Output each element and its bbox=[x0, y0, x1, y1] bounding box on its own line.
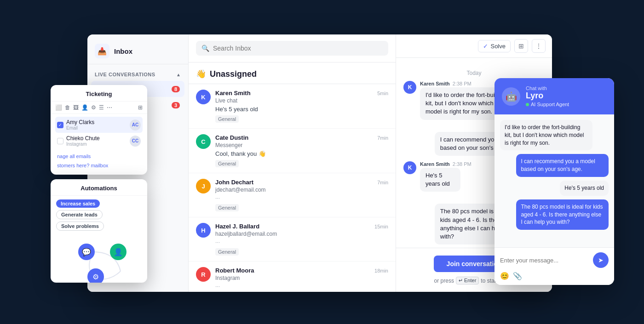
image-icon[interactable]: 🖼 bbox=[73, 104, 79, 111]
avatar: K bbox=[196, 90, 211, 104]
gear-node: ⚙ bbox=[87, 268, 104, 283]
list-item[interactable]: C Cate Dustin 7min Messenger Cool, thank… bbox=[189, 129, 396, 173]
lyro-send-button[interactable]: ➤ bbox=[593, 252, 609, 268]
date-divider: Today bbox=[403, 70, 545, 76]
ticketing-items: Amy Clarks Email AC Chieko Chute Instagr… bbox=[51, 114, 147, 152]
lyro-input-row: ➤ bbox=[500, 252, 609, 268]
conv-tag: General bbox=[215, 204, 239, 211]
chat-node: 💬 bbox=[78, 244, 95, 260]
grid-icon[interactable]: ⊞ bbox=[138, 104, 143, 111]
unassigned-badge: 8 bbox=[172, 86, 180, 92]
ticketing-title: Ticketing bbox=[57, 91, 141, 97]
tag-increase-sales[interactable]: Increase sales bbox=[56, 199, 100, 208]
trash-icon[interactable]: 🗑 bbox=[65, 104, 70, 111]
lyro-message: I can recommend you a model based on you… bbox=[516, 154, 609, 177]
lyro-name: Lyro bbox=[526, 91, 569, 101]
section-header: LIVE CONVERSATIONS ▲ bbox=[91, 70, 184, 79]
lyro-message-input[interactable] bbox=[500, 257, 589, 264]
conv-tag: General bbox=[215, 115, 239, 123]
avatar: C bbox=[196, 134, 211, 149]
inbox-icon: 📥 bbox=[95, 44, 109, 58]
lyro-message: He's 5 years old bbox=[560, 181, 609, 196]
list-item[interactable]: H Hazel J. Ballard 15min hazeljballard@e… bbox=[189, 217, 396, 261]
attachment-icon[interactable]: 📎 bbox=[513, 272, 522, 280]
checkbox[interactable] bbox=[57, 138, 63, 144]
checkbox[interactable] bbox=[57, 122, 63, 128]
ticketing-panel: Ticketing ⬜ 🗑 🖼 👤 ⚙ ☰ ⋯ ⊞ Amy Clarks Ema… bbox=[51, 85, 147, 175]
enter-key: ↵ Enter bbox=[456, 277, 479, 284]
automation-diagram: 💬 👤 ⚙ bbox=[51, 234, 147, 283]
lyro-footer-icons: 😊 📎 bbox=[500, 272, 609, 280]
unassigned-emoji: 👋 bbox=[196, 69, 206, 79]
more-icon[interactable]: ⋯ bbox=[107, 104, 112, 111]
item-sub: Email bbox=[66, 125, 94, 131]
conv-time: 18min bbox=[374, 268, 388, 273]
item-sub: Instagram bbox=[66, 142, 100, 147]
automations-title: Automations bbox=[57, 185, 141, 192]
tag-generate-leads[interactable]: Generate leads bbox=[56, 210, 103, 219]
hint-text2: stomers here? bbox=[57, 163, 91, 168]
lyro-input-area: ➤ 😊 📎 bbox=[494, 247, 614, 285]
avatar: CC bbox=[130, 136, 141, 147]
conversation-list: K Karen Smith 5min Live chat He's 5 year… bbox=[189, 84, 396, 292]
conversations-header: 👋 Unassigned bbox=[189, 63, 396, 84]
unassigned-title: 👋 Unassigned bbox=[196, 69, 388, 79]
list-item[interactable]: K Karen Smith 5min Live chat He's 5 year… bbox=[189, 84, 396, 129]
conv-tag: General bbox=[215, 160, 239, 167]
copy-icon[interactable]: ⬜ bbox=[55, 104, 62, 111]
conv-time: 7min bbox=[377, 180, 388, 185]
item-name: Chieko Chute bbox=[66, 135, 100, 142]
avatar: H bbox=[196, 223, 211, 238]
chat-meta: Karen Smith 2:38 PM bbox=[420, 161, 474, 167]
conv-preview: He's 5 years old bbox=[215, 106, 388, 113]
more-options-button[interactable]: ⋮ bbox=[532, 39, 546, 53]
avatar: K bbox=[403, 81, 416, 94]
automations-panel: Automations Increase sales Generate lead… bbox=[51, 179, 147, 283]
mailbox-link[interactable]: mailbox bbox=[91, 163, 108, 168]
conv-sender: John Dechart bbox=[215, 179, 253, 186]
grid-icon-button[interactable]: ⊞ bbox=[514, 39, 528, 53]
hint-text: nage all emails bbox=[57, 153, 91, 159]
lyro-message: I'd like to order the fort-building kit,… bbox=[500, 120, 592, 150]
main-inbox-panel: 📥 Inbox LIVE CONVERSATIONS ▲ 👋 Unassigne… bbox=[87, 34, 552, 292]
lyro-widget: 🤖 Chat with Lyro AI Support Agent I'd li… bbox=[494, 78, 614, 285]
list-icon[interactable]: ☰ bbox=[99, 104, 104, 111]
search-icon: 🔍 bbox=[201, 45, 209, 52]
conv-time: 7min bbox=[377, 135, 388, 141]
online-dot bbox=[526, 103, 529, 106]
conv-sender: Hazel J. Ballard bbox=[215, 223, 259, 230]
ticketing-hint2: stomers here? mailbox bbox=[51, 161, 147, 170]
person-node: 👤 bbox=[110, 244, 126, 260]
sidebar-title: Inbox bbox=[114, 47, 132, 55]
lyro-message: The 80 pcs model is ideal for kids aged … bbox=[516, 199, 609, 230]
item-name: Amy Clarks bbox=[66, 119, 94, 125]
merge-icon[interactable]: ⚙ bbox=[91, 104, 96, 111]
conv-sender: Robert Moora bbox=[215, 267, 254, 274]
conv-preview: ··· bbox=[215, 195, 388, 201]
sidebar-header: 📥 Inbox bbox=[87, 34, 188, 64]
emoji-icon[interactable]: 😊 bbox=[500, 272, 509, 280]
tag-solve-problems[interactable]: Solve problems bbox=[56, 222, 104, 231]
search-input-wrap[interactable]: 🔍 bbox=[196, 41, 388, 56]
chevron-up-icon[interactable]: ▲ bbox=[176, 72, 181, 77]
chat-bubble: He's 5 years old bbox=[420, 168, 460, 192]
solve-button[interactable]: ✓ Solve bbox=[478, 40, 511, 52]
ticketing-hint: nage all emails bbox=[51, 152, 147, 161]
automations-header: Automations bbox=[51, 179, 147, 196]
ticketing-item[interactable]: Chieko Chute Instagram CC bbox=[55, 133, 143, 149]
list-item[interactable]: R Robert Moora 18min Instagram ··· Gener… bbox=[189, 261, 396, 292]
conv-channel: Messenger bbox=[215, 142, 388, 148]
search-input[interactable] bbox=[213, 45, 383, 52]
avatar: R bbox=[196, 267, 211, 282]
ticketing-header: Ticketing bbox=[51, 85, 147, 102]
conv-tag: General bbox=[215, 248, 239, 256]
ticketing-item[interactable]: Amy Clarks Email AC bbox=[55, 117, 143, 133]
avatar: K bbox=[403, 161, 416, 174]
user-icon[interactable]: 👤 bbox=[81, 104, 88, 111]
conv-channel: jdechart@email.com bbox=[215, 187, 388, 193]
lyro-chat-with: Chat with bbox=[526, 85, 569, 91]
inbox-content: 🔍 👋 Unassigned K Karen Smith 5min bbox=[189, 34, 396, 292]
list-item[interactable]: J John Dechart 7min jdechart@email.com ·… bbox=[189, 173, 396, 217]
automation-tags: Increase sales Generate leads Solve prob… bbox=[51, 196, 147, 234]
lyro-header: 🤖 Chat with Lyro AI Support Agent bbox=[494, 78, 614, 114]
